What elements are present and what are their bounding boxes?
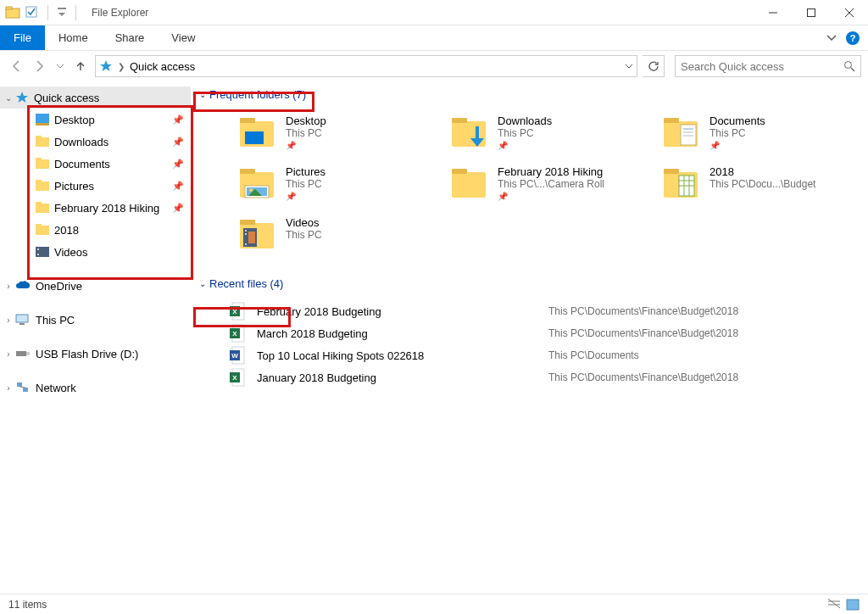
- folder-location: This PC: [286, 229, 322, 241]
- forward-button[interactable]: [31, 57, 49, 75]
- qat-checkbox-icon[interactable]: [25, 6, 39, 20]
- folder-location: This PC\...\Camera Roll: [498, 178, 604, 190]
- file-path: This PC\Documents\Finance\Budget\2018: [548, 305, 738, 317]
- sidebar-quick-access[interactable]: ⌄ Quick access: [0, 87, 191, 109]
- sidebar-item-desktop[interactable]: Desktop📌: [0, 109, 191, 131]
- group-header-recent[interactable]: ⌄Recent files (4): [196, 276, 287, 292]
- svg-point-8: [845, 62, 852, 69]
- videos-icon: [36, 246, 49, 258]
- search-icon[interactable]: [843, 60, 855, 72]
- chevron-down-icon[interactable]: ⌄: [3, 93, 14, 103]
- svg-rect-62: [245, 243, 247, 245]
- tab-home[interactable]: Home: [45, 25, 102, 50]
- svg-rect-1: [6, 7, 12, 9]
- svg-rect-49: [452, 169, 467, 174]
- details-view-button[interactable]: [827, 599, 841, 611]
- search-input[interactable]: [681, 60, 825, 73]
- breadcrumb-root[interactable]: Quick access: [130, 60, 195, 73]
- pin-icon: 📌: [286, 141, 326, 150]
- sidebar-usb[interactable]: ›USB Flash Drive (D:): [0, 343, 191, 365]
- recent-file-row[interactable]: XFebruary 2018 BudgetingThis PC\Document…: [230, 300, 860, 322]
- svg-rect-26: [19, 323, 25, 325]
- svg-line-31: [19, 387, 25, 388]
- chevron-right-icon[interactable]: ›: [3, 349, 14, 359]
- recent-file-row[interactable]: XJanuary 2018 BudgetingThis PC\Documents…: [230, 366, 860, 388]
- chevron-right-icon[interactable]: ›: [3, 282, 14, 291]
- svg-rect-79: [847, 600, 859, 610]
- chevron-right-icon[interactable]: ❯: [118, 62, 125, 71]
- sidebar-item-label: February 2018 Hiking: [54, 202, 159, 215]
- address-bar[interactable]: ❯ Quick access: [95, 55, 637, 77]
- frequent-folder-tile[interactable]: DownloadsThis PC📌: [450, 114, 662, 150]
- group-label: Recent files (4): [209, 277, 283, 290]
- folder-name: Documents: [709, 114, 765, 127]
- back-button[interactable]: [7, 57, 25, 75]
- file-path: This PC\Documents\Finance\Budget\2018: [548, 327, 738, 339]
- recent-locations-button[interactable]: [54, 57, 66, 75]
- group-label: Frequent folders (7): [209, 88, 306, 101]
- qat-dropdown-icon[interactable]: [57, 6, 67, 20]
- sidebar-item-label: Videos: [54, 246, 88, 259]
- chevron-right-icon[interactable]: ›: [3, 315, 14, 325]
- svg-rect-10: [36, 114, 49, 123]
- svg-line-78: [828, 599, 840, 608]
- sidebar-onedrive[interactable]: ›OneDrive: [0, 275, 191, 297]
- frequent-folder-tile[interactable]: VideosThis PC: [238, 216, 450, 250]
- chevron-down-icon: ⌄: [199, 279, 206, 288]
- sidebar-item-downloads[interactable]: Downloads📌: [0, 131, 191, 153]
- frequent-folder-tile[interactable]: 2018This PC\Docu...\Budget: [662, 165, 868, 201]
- frequent-folder-tile[interactable]: PicturesThis PC📌: [238, 165, 450, 201]
- folder-location: This PC: [498, 127, 552, 139]
- search-box[interactable]: [675, 55, 861, 77]
- sidebar-this-pc[interactable]: ›This PC: [0, 309, 191, 331]
- svg-rect-60: [245, 230, 247, 232]
- frequent-folder-tile[interactable]: DesktopThis PC📌: [238, 114, 450, 150]
- status-item-count: 11 items: [8, 599, 47, 611]
- file-path: This PC\Documents: [548, 349, 639, 361]
- svg-rect-34: [245, 131, 264, 144]
- svg-rect-58: [240, 220, 255, 225]
- status-bar: 11 items: [0, 594, 868, 614]
- chevron-right-icon[interactable]: ›: [3, 383, 14, 393]
- help-icon[interactable]: ?: [846, 31, 860, 45]
- recent-file-row[interactable]: WTop 10 Local Hiking Spots 022618This PC…: [230, 344, 860, 366]
- sidebar-item-pictures[interactable]: Pictures📌: [0, 175, 191, 197]
- frequent-folder-tile[interactable]: February 2018 HikingThis PC\...\Camera R…: [450, 165, 662, 201]
- svg-rect-61: [245, 233, 247, 235]
- sidebar-item-hiking[interactable]: February 2018 Hiking📌: [0, 197, 191, 219]
- svg-rect-33: [240, 118, 255, 123]
- svg-rect-38: [664, 118, 679, 123]
- svg-rect-23: [37, 248, 39, 250]
- tab-share[interactable]: Share: [102, 25, 159, 50]
- svg-text:X: X: [232, 308, 237, 315]
- usb-drive-icon: [15, 349, 31, 359]
- file-type-icon: X: [230, 368, 245, 387]
- sidebar-item-documents[interactable]: Documents📌: [0, 153, 191, 175]
- frequent-folder-tile[interactable]: DocumentsThis PC📌: [662, 114, 868, 150]
- sidebar-item-2018[interactable]: 2018: [0, 219, 191, 241]
- folder-icon: [36, 224, 49, 236]
- recent-file-row[interactable]: XMarch 2018 BudgetingThis PC\Documents\F…: [230, 322, 860, 344]
- group-header-frequent[interactable]: ⌄Frequent folders (7): [196, 87, 309, 103]
- refresh-button[interactable]: [643, 55, 665, 77]
- sidebar-item-videos[interactable]: Videos: [0, 241, 191, 263]
- folder-name: Downloads: [498, 114, 552, 127]
- close-button[interactable]: [830, 0, 868, 25]
- svg-rect-22: [36, 247, 49, 257]
- tab-file[interactable]: File: [0, 25, 45, 50]
- svg-text:W: W: [231, 352, 238, 360]
- ribbon-tabs: File Home Share View ?: [0, 25, 868, 51]
- thumbnails-view-button[interactable]: [846, 599, 860, 611]
- folder-icon: [450, 114, 487, 148]
- folder-icon: [662, 165, 699, 199]
- sidebar-item-label: Desktop: [54, 114, 95, 126]
- star-icon: [99, 59, 113, 73]
- minimize-button[interactable]: [754, 0, 792, 25]
- address-dropdown-icon[interactable]: [625, 62, 633, 70]
- maximize-button[interactable]: [792, 0, 830, 25]
- sidebar-network[interactable]: ›Network: [0, 377, 191, 399]
- tab-view[interactable]: View: [158, 25, 209, 50]
- ribbon-collapse-icon[interactable]: [826, 32, 837, 44]
- network-icon: [15, 382, 31, 394]
- up-button[interactable]: [71, 57, 90, 75]
